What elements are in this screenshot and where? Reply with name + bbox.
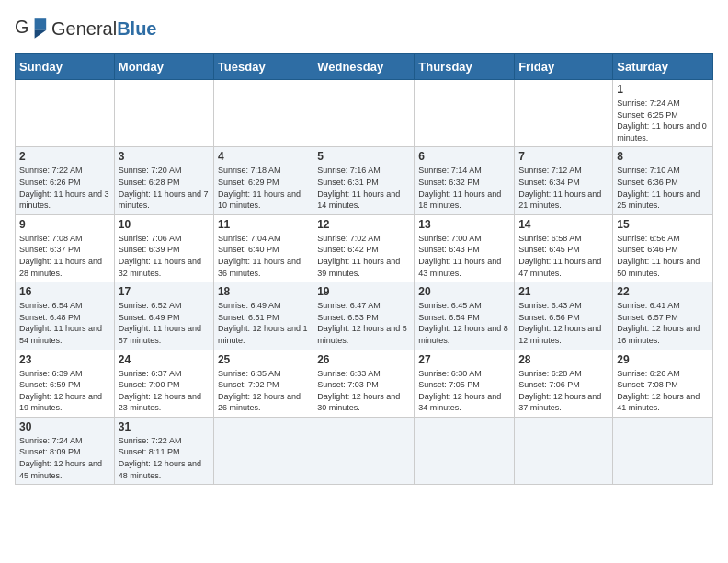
day-number: 4 (218, 150, 309, 163)
day-number: 19 (317, 285, 410, 298)
day-info: Sunrise: 7:02 AM Sunset: 6:42 PM Dayligh… (317, 233, 410, 279)
day-number: 26 (317, 353, 410, 366)
day-number: 11 (218, 218, 309, 231)
day-number: 2 (19, 150, 110, 163)
day-number: 29 (617, 353, 709, 366)
day-number: 20 (418, 285, 510, 298)
calendar-cell: 29Sunrise: 6:26 AM Sunset: 7:08 PM Dayli… (613, 350, 713, 417)
column-header-wednesday: Wednesday (313, 54, 415, 80)
day-info: Sunrise: 7:18 AM Sunset: 6:29 PM Dayligh… (218, 165, 309, 211)
calendar-cell: 6Sunrise: 7:14 AM Sunset: 6:32 PM Daylig… (415, 147, 515, 214)
calendar-cell: 4Sunrise: 7:18 AM Sunset: 6:29 PM Daylig… (213, 147, 313, 214)
calendar-week-row: 30Sunrise: 7:24 AM Sunset: 8:09 PM Dayli… (16, 417, 713, 484)
day-info: Sunrise: 7:14 AM Sunset: 6:32 PM Dayligh… (418, 165, 510, 211)
calendar-week-row: 16Sunrise: 6:54 AM Sunset: 6:48 PM Dayli… (16, 282, 713, 350)
calendar-cell (114, 80, 213, 147)
calendar-cell (313, 417, 415, 484)
day-info: Sunrise: 6:52 AM Sunset: 6:49 PM Dayligh… (119, 300, 210, 346)
day-info: Sunrise: 7:08 AM Sunset: 6:37 PM Dayligh… (19, 233, 110, 279)
calendar-cell: 13Sunrise: 7:00 AM Sunset: 6:43 PM Dayli… (415, 214, 515, 282)
day-number: 24 (119, 353, 210, 366)
calendar-cell: 8Sunrise: 7:10 AM Sunset: 6:36 PM Daylig… (613, 147, 713, 214)
calendar-week-row: 23Sunrise: 6:39 AM Sunset: 6:59 PM Dayli… (16, 350, 713, 417)
calendar-cell (415, 417, 515, 484)
calendar-cell: 23Sunrise: 6:39 AM Sunset: 6:59 PM Dayli… (16, 350, 115, 417)
calendar-cell (515, 80, 613, 147)
calendar-header-row: SundayMondayTuesdayWednesdayThursdayFrid… (16, 54, 713, 80)
calendar-cell: 27Sunrise: 6:30 AM Sunset: 7:05 PM Dayli… (415, 350, 515, 417)
day-info: Sunrise: 6:41 AM Sunset: 6:57 PM Dayligh… (617, 300, 709, 346)
day-info: Sunrise: 7:06 AM Sunset: 6:39 PM Dayligh… (119, 233, 210, 279)
day-info: Sunrise: 6:39 AM Sunset: 6:59 PM Dayligh… (19, 368, 110, 414)
calendar-week-row: 9Sunrise: 7:08 AM Sunset: 6:37 PM Daylig… (16, 214, 713, 282)
calendar-cell: 5Sunrise: 7:16 AM Sunset: 6:31 PM Daylig… (313, 147, 415, 214)
day-number: 22 (617, 285, 709, 298)
calendar-cell: 19Sunrise: 6:47 AM Sunset: 6:53 PM Dayli… (313, 282, 415, 350)
day-info: Sunrise: 6:56 AM Sunset: 6:46 PM Dayligh… (617, 233, 709, 279)
calendar-cell: 28Sunrise: 6:28 AM Sunset: 7:06 PM Dayli… (515, 350, 613, 417)
day-info: Sunrise: 6:28 AM Sunset: 7:06 PM Dayligh… (518, 368, 609, 414)
day-number: 9 (19, 218, 110, 231)
day-info: Sunrise: 6:47 AM Sunset: 6:53 PM Dayligh… (317, 300, 410, 346)
calendar-week-row: 2Sunrise: 7:22 AM Sunset: 6:26 PM Daylig… (16, 147, 713, 214)
day-number: 10 (119, 218, 210, 231)
day-info: Sunrise: 6:26 AM Sunset: 7:08 PM Dayligh… (617, 368, 709, 414)
calendar-cell: 16Sunrise: 6:54 AM Sunset: 6:48 PM Dayli… (16, 282, 115, 350)
calendar-cell (313, 80, 415, 147)
svg-text:G: G (15, 17, 28, 37)
day-number: 18 (218, 285, 309, 298)
day-info: Sunrise: 7:24 AM Sunset: 6:25 PM Dayligh… (617, 98, 709, 144)
day-info: Sunrise: 7:12 AM Sunset: 6:34 PM Dayligh… (518, 165, 609, 211)
day-number: 16 (19, 285, 110, 298)
calendar-cell: 7Sunrise: 7:12 AM Sunset: 6:34 PM Daylig… (515, 147, 613, 214)
day-number: 3 (119, 150, 210, 163)
calendar-week-row: 1Sunrise: 7:24 AM Sunset: 6:25 PM Daylig… (16, 80, 713, 147)
day-info: Sunrise: 6:43 AM Sunset: 6:56 PM Dayligh… (518, 300, 609, 346)
day-number: 13 (418, 218, 510, 231)
day-number: 28 (518, 353, 609, 366)
calendar-cell (613, 417, 713, 484)
day-info: Sunrise: 6:49 AM Sunset: 6:51 PM Dayligh… (218, 300, 309, 346)
day-info: Sunrise: 6:35 AM Sunset: 7:02 PM Dayligh… (218, 368, 309, 414)
day-info: Sunrise: 7:04 AM Sunset: 6:40 PM Dayligh… (218, 233, 309, 279)
calendar-cell: 9Sunrise: 7:08 AM Sunset: 6:37 PM Daylig… (16, 214, 115, 282)
column-header-saturday: Saturday (613, 54, 713, 80)
calendar-cell: 14Sunrise: 6:58 AM Sunset: 6:45 PM Dayli… (515, 214, 613, 282)
calendar-cell (16, 80, 115, 147)
column-header-friday: Friday (515, 54, 613, 80)
calendar-cell: 20Sunrise: 6:45 AM Sunset: 6:54 PM Dayli… (415, 282, 515, 350)
day-number: 25 (218, 353, 309, 366)
day-number: 5 (317, 150, 410, 163)
day-info: Sunrise: 7:10 AM Sunset: 6:36 PM Dayligh… (617, 165, 709, 211)
column-header-sunday: Sunday (16, 54, 115, 80)
day-number: 1 (617, 83, 709, 96)
day-number: 17 (119, 285, 210, 298)
column-header-thursday: Thursday (415, 54, 515, 80)
day-info: Sunrise: 6:58 AM Sunset: 6:45 PM Dayligh… (518, 233, 609, 279)
day-info: Sunrise: 6:45 AM Sunset: 6:54 PM Dayligh… (418, 300, 510, 346)
calendar-cell: 2Sunrise: 7:22 AM Sunset: 6:26 PM Daylig… (16, 147, 115, 214)
day-number: 23 (19, 353, 110, 366)
day-number: 27 (418, 353, 510, 366)
day-info: Sunrise: 6:37 AM Sunset: 7:00 PM Dayligh… (119, 368, 210, 414)
day-info: Sunrise: 7:00 AM Sunset: 6:43 PM Dayligh… (418, 233, 510, 279)
column-header-monday: Monday (114, 54, 213, 80)
day-number: 15 (617, 218, 709, 231)
calendar-cell: 1Sunrise: 7:24 AM Sunset: 6:25 PM Daylig… (613, 80, 713, 147)
calendar-cell: 18Sunrise: 6:49 AM Sunset: 6:51 PM Dayli… (213, 282, 313, 350)
calendar-cell: 3Sunrise: 7:20 AM Sunset: 6:28 PM Daylig… (114, 147, 213, 214)
day-info: Sunrise: 7:24 AM Sunset: 8:09 PM Dayligh… (19, 435, 110, 481)
calendar-cell: 10Sunrise: 7:06 AM Sunset: 6:39 PM Dayli… (114, 214, 213, 282)
day-number: 30 (19, 420, 110, 433)
calendar-cell: 11Sunrise: 7:04 AM Sunset: 6:40 PM Dayli… (213, 214, 313, 282)
calendar-cell: 21Sunrise: 6:43 AM Sunset: 6:56 PM Dayli… (515, 282, 613, 350)
day-number: 7 (518, 150, 609, 163)
day-info: Sunrise: 6:54 AM Sunset: 6:48 PM Dayligh… (19, 300, 110, 346)
calendar-cell (515, 417, 613, 484)
logo-icon: G (15, 15, 48, 42)
calendar-cell: 17Sunrise: 6:52 AM Sunset: 6:49 PM Dayli… (114, 282, 213, 350)
calendar-cell: 25Sunrise: 6:35 AM Sunset: 7:02 PM Dayli… (213, 350, 313, 417)
day-info: Sunrise: 6:30 AM Sunset: 7:05 PM Dayligh… (418, 368, 510, 414)
page-header: G GeneralBlue (15, 15, 713, 42)
calendar-cell (213, 80, 313, 147)
